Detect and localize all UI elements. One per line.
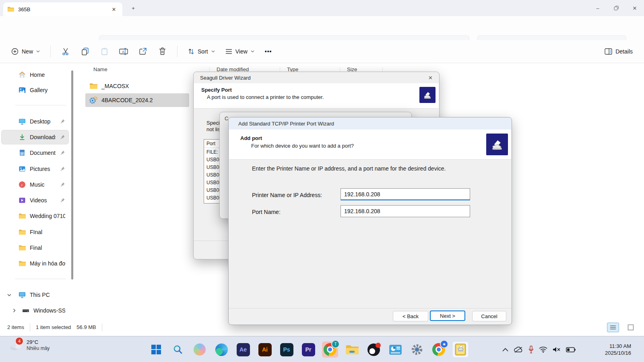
sidebar-scrollbar[interactable] — [71, 70, 73, 280]
driver-wizard-button[interactable] — [452, 341, 469, 358]
close-button[interactable]: ✕ — [625, 0, 644, 16]
divider — [15, 279, 66, 279]
sidebar-label: Desktop — [30, 118, 56, 125]
sidebar-item-fInal[interactable]: FInal — [2, 225, 68, 239]
sidebar-item-documents[interactable]: Documents — [2, 146, 68, 160]
cancel-button[interactable]: Cancel — [472, 311, 506, 321]
photoshop-button[interactable]: Ps — [279, 341, 295, 358]
tcpip-port-wizard-dialog: Add Standard TCP/IP Printer Port Wizard … — [228, 117, 512, 325]
obs-button[interactable] — [365, 341, 382, 358]
wizard-heading: Add port — [229, 130, 511, 141]
chevron-down-icon — [251, 50, 254, 53]
sidebar-item-wedding[interactable]: Wedding 07102 — [2, 209, 68, 223]
more-options-button[interactable]: ••• — [261, 45, 276, 58]
new-tab-button[interactable]: + — [129, 4, 138, 12]
sidebar-label: Final — [30, 245, 65, 251]
rename-button[interactable]: A — [115, 44, 132, 59]
window-controls: – ✕ — [588, 0, 644, 16]
chevron-down-icon — [36, 50, 40, 53]
sidebar-item-windows-ssd[interactable]: Windows-SSD — [2, 304, 68, 317]
file-row-macosx[interactable]: _MACOSX — [85, 79, 133, 93]
port-name-input[interactable] — [341, 205, 470, 217]
chrome-profile-button[interactable]: ◉ — [431, 341, 447, 358]
premiere-button[interactable]: Pr — [300, 341, 316, 358]
battery-icon[interactable] — [566, 347, 576, 352]
paste-button[interactable] — [96, 44, 113, 59]
cut-button[interactable] — [57, 44, 74, 59]
after-effects-button[interactable]: Ae — [235, 341, 251, 358]
tray-chevron-icon[interactable] — [502, 348, 508, 352]
wizard-heading: Specify Port — [194, 83, 439, 93]
copilot-icon — [194, 343, 206, 356]
maximize-button[interactable] — [607, 0, 625, 16]
home-icon — [19, 71, 26, 78]
sort-label: Sort — [198, 48, 208, 55]
system-properties-button[interactable] — [387, 341, 403, 358]
divider — [229, 308, 512, 309]
icons-view-toggle[interactable] — [625, 323, 637, 332]
tab-close-button[interactable]: ✕ — [109, 5, 118, 14]
start-button[interactable] — [148, 341, 164, 358]
sidebar-label: Máy in hóa đơn — [30, 260, 65, 267]
new-button[interactable]: New — [7, 45, 44, 58]
share-button[interactable] — [134, 44, 151, 59]
explorer-tab[interactable]: 365B ✕ — [3, 2, 122, 16]
column-header-name[interactable]: Name — [93, 66, 107, 72]
minimize-button[interactable]: – — [588, 0, 607, 16]
back-button[interactable]: < Back — [393, 311, 428, 321]
printer-name-input[interactable] — [341, 188, 470, 200]
pin-icon — [60, 134, 65, 140]
onedrive-paused-icon[interactable] — [514, 346, 523, 353]
settings-button[interactable] — [409, 341, 425, 358]
pin-icon — [60, 166, 65, 172]
sidebar-item-home[interactable]: Home — [2, 68, 68, 82]
sidebar-item-this-pc[interactable]: This PC — [2, 288, 68, 302]
chevron-expanded-icon[interactable] — [7, 294, 11, 296]
sidebar-item-videos[interactable]: Videos — [2, 193, 68, 207]
pictures-icon — [19, 165, 26, 173]
volume-muted-icon[interactable] — [553, 346, 561, 353]
close-icon[interactable]: ✕ — [428, 75, 433, 81]
sidebar-item-downloads[interactable]: Downloads — [2, 130, 68, 144]
chevron-collapsed-icon[interactable] — [13, 309, 16, 313]
sidebar-item-pictures[interactable]: Pictures — [2, 162, 68, 176]
microphone-icon[interactable] — [528, 346, 534, 354]
details-button[interactable]: Details — [601, 45, 637, 58]
edge-button[interactable] — [213, 341, 229, 358]
sidebar-item-may-in-hoa-don[interactable]: Máy in hóa đơn — [2, 257, 68, 270]
folder-icon — [19, 260, 26, 267]
svg-text:♪: ♪ — [21, 183, 23, 187]
sidebar-item-gallery[interactable]: Gallery — [2, 83, 68, 97]
next-button[interactable]: Next > — [430, 311, 465, 321]
illustrator-icon: Ai — [258, 343, 272, 356]
sidebar-item-music[interactable]: ♪ Music — [2, 178, 68, 191]
folder-icon — [19, 244, 26, 251]
details-view-toggle[interactable] — [607, 323, 619, 332]
sort-icon — [188, 48, 194, 55]
copy-button[interactable] — [76, 44, 93, 59]
item-count: 2 items — [7, 324, 24, 330]
instruction-text: Enter the Printer Name or IP address, an… — [252, 165, 446, 172]
sidebar-label: Pictures — [30, 166, 56, 172]
copilot-button[interactable] — [192, 341, 208, 358]
chrome-teamviewer-button[interactable]: T — [322, 341, 338, 358]
sidebar-item-final[interactable]: Final — [2, 241, 68, 255]
wizard-description: A port is used to connect a printer to t… — [194, 93, 439, 100]
folder-icon — [19, 212, 26, 220]
windows-logo-icon — [151, 344, 161, 355]
wizard-question: For which device do you want to add a po… — [229, 141, 511, 149]
file-explorer-button[interactable] — [344, 341, 360, 358]
wifi-icon[interactable] — [539, 346, 547, 353]
illustrator-button[interactable]: Ai — [257, 341, 273, 358]
view-label: View — [235, 48, 248, 55]
weather-widget[interactable]: 4 29°C Nhiều mây — [9, 339, 50, 352]
command-toolbar: New A Sort View — [0, 40, 644, 63]
sort-button[interactable]: Sort — [184, 45, 219, 58]
taskbar-icons: Ae Ai Ps Pr T — [148, 337, 469, 362]
delete-button[interactable] — [154, 44, 171, 59]
search-button[interactable] — [170, 341, 186, 358]
sidebar-item-desktop[interactable]: Desktop — [2, 115, 68, 128]
view-button[interactable]: View — [221, 45, 258, 58]
file-row-4barcode[interactable]: 4BARCODE_2024.2 — [85, 93, 189, 107]
taskbar-clock[interactable]: 11:30 AM 2025/10/16 — [584, 337, 631, 362]
